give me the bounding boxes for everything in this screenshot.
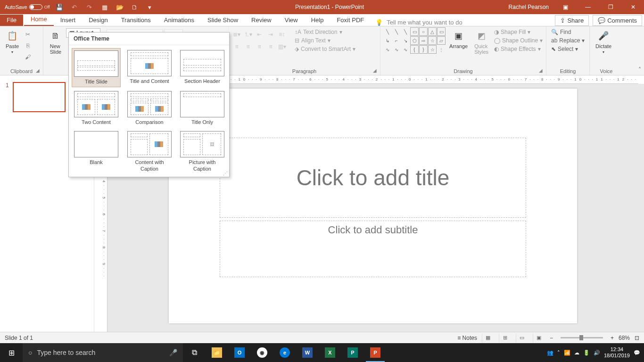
align-left-icon[interactable]: ≡ <box>231 41 242 52</box>
columns-icon[interactable]: ▥▾ <box>277 41 287 52</box>
onedrive-icon[interactable]: ☁ <box>574 350 579 356</box>
layout-blank[interactable]: Blank <box>72 129 121 173</box>
layout-two-content[interactable]: Two Content <box>72 89 121 127</box>
zoom-slider[interactable] <box>561 337 603 338</box>
layout-title-and-content[interactable]: Title and Content <box>125 48 173 87</box>
align-text-button[interactable]: ⊟Align Text ▾ <box>293 37 357 44</box>
justify-icon[interactable]: ≡ <box>265 41 276 52</box>
find-button[interactable]: 🔍Find <box>549 28 573 36</box>
tab-animations[interactable]: Animations <box>157 15 201 26</box>
user-name[interactable]: Rachel Pearson <box>504 4 553 10</box>
numbering-icon[interactable]: ⒈▾ <box>243 29 253 40</box>
shape-fill-button[interactable]: ◑Shape Fill ▾ <box>492 28 545 36</box>
tray-overflow-icon[interactable]: ˄ <box>557 350 560 356</box>
new-slide-button[interactable]: 🗎 New Slide <box>46 27 65 57</box>
tab-view[interactable]: View <box>278 15 305 26</box>
text-direction-button[interactable]: ↕AText Direction ▾ <box>293 28 357 36</box>
align-right-icon[interactable]: ≡ <box>254 41 264 52</box>
slide-canvas[interactable]: Click to add title Click to add subtitle <box>169 89 577 323</box>
start-from-beginning-icon[interactable]: ▦ <box>99 1 110 13</box>
zoom-out-icon[interactable]: − <box>550 335 553 341</box>
paste-button[interactable]: 📋 Paste ▾ <box>3 27 22 56</box>
people-icon[interactable]: 👥 <box>547 350 553 356</box>
shape-effects-button[interactable]: ◐Shape Effects ▾ <box>492 45 545 53</box>
tab-file[interactable]: File <box>0 15 23 26</box>
autosave-toggle[interactable]: AutoSave Off <box>5 4 50 10</box>
align-center-icon[interactable]: ≡ <box>243 41 253 52</box>
quick-styles-button[interactable]: ◩ Quick Styles <box>471 27 491 57</box>
action-center-icon[interactable]: 💬 <box>634 350 640 356</box>
tab-foxit-pdf[interactable]: Foxit PDF <box>330 15 371 26</box>
chrome-icon[interactable]: ◉ <box>251 343 273 362</box>
comments-button[interactable]: 💬 Comments <box>593 15 642 26</box>
replace-button[interactable]: abReplace ▾ <box>549 37 586 44</box>
shapes-gallery[interactable]: ╲╲╲▭○△▭ ↳⌐↘⬠⇨☆▱ ∿∿∿{}☆⋮ <box>383 27 446 54</box>
tab-design[interactable]: Design <box>82 15 114 26</box>
share-button[interactable]: ⇪ Share <box>555 15 589 26</box>
layout-title-slide[interactable]: Title Slide <box>72 48 121 87</box>
redo-icon[interactable]: ↷ <box>84 1 95 13</box>
tab-transitions[interactable]: Transitions <box>115 15 157 26</box>
slideshow-view-icon[interactable]: ▣ <box>533 333 545 343</box>
resize-grip-icon[interactable]: ⋰ <box>223 171 228 176</box>
tab-insert[interactable]: Insert <box>54 15 83 26</box>
copy-icon[interactable]: ⎘ <box>23 41 33 51</box>
excel-icon[interactable]: X <box>319 343 341 362</box>
close-button[interactable]: ✕ <box>622 0 644 14</box>
taskbar-search[interactable]: ○ Type here to search 🎤 <box>23 343 183 362</box>
layout-comparison[interactable]: Comparison <box>125 89 173 127</box>
normal-view-icon[interactable]: ▦ <box>482 333 494 343</box>
fit-to-window-icon[interactable]: ⊡ <box>635 335 639 341</box>
tab-slide-show[interactable]: Slide Show <box>201 15 245 26</box>
zoom-level[interactable]: 68% <box>619 335 630 341</box>
clock[interactable]: 12:34 18/01/2019 <box>604 346 630 359</box>
subtitle-placeholder[interactable]: Click to add subtitle <box>220 221 526 277</box>
convert-smartart-button[interactable]: ⬗Convert to SmartArt ▾ <box>293 45 357 53</box>
format-painter-icon[interactable]: 🖌 <box>23 52 33 62</box>
decrease-indent-icon[interactable]: ⇤ <box>254 29 264 40</box>
tell-me-search[interactable]: 💡 Tell me what you want to do <box>371 19 467 26</box>
publisher-icon[interactable]: P <box>341 343 364 362</box>
select-button[interactable]: ⬉Select ▾ <box>549 45 580 53</box>
line-spacing-icon[interactable]: ≡↕ <box>277 29 287 40</box>
volume-icon[interactable]: 🔊 <box>594 350 600 356</box>
zoom-in-icon[interactable]: + <box>611 335 614 341</box>
bullets-icon[interactable]: ≣▾ <box>231 29 242 40</box>
paragraph-launcher-icon[interactable]: ◢ <box>373 68 379 74</box>
open-icon[interactable]: 📂 <box>114 1 125 13</box>
tab-help[interactable]: Help <box>305 15 330 26</box>
edge-icon[interactable]: e <box>273 343 296 362</box>
collapse-ribbon-icon[interactable]: ˄ <box>638 66 641 73</box>
layout-picture-with-caption[interactable]: 🖼 Picture with Caption <box>178 129 226 173</box>
notes-button[interactable]: ≡ Notes <box>457 335 477 341</box>
task-view-icon[interactable]: ⧉ <box>183 343 206 362</box>
title-placeholder[interactable]: Click to add title <box>220 138 526 218</box>
minimize-button[interactable]: — <box>577 0 599 14</box>
clipboard-launcher-icon[interactable]: ◢ <box>36 68 41 74</box>
arrange-button[interactable]: ▣ Arrange <box>446 27 471 51</box>
start-button[interactable]: ⊞ <box>0 343 23 362</box>
outlook-icon[interactable]: O <box>228 343 251 362</box>
maximize-button[interactable]: ❐ <box>600 0 621 14</box>
battery-icon[interactable]: 🔋 <box>583 350 590 356</box>
layout-content-with-caption[interactable]: Content with Caption <box>125 129 173 173</box>
ribbon-display-options-icon[interactable]: ▣ <box>554 0 576 14</box>
layout-title-only[interactable]: Title Only <box>178 89 226 127</box>
shape-outline-button[interactable]: ◯Shape Outline ▾ <box>492 37 545 44</box>
dictate-button[interactable]: 🎤 Dictate ▾ <box>593 27 614 56</box>
tab-review[interactable]: Review <box>245 15 278 26</box>
drawing-launcher-icon[interactable]: ◢ <box>539 68 545 74</box>
cut-icon[interactable]: ✂ <box>23 29 33 40</box>
word-icon[interactable]: W <box>296 343 319 362</box>
undo-icon[interactable]: ↶ <box>69 1 80 13</box>
tab-home[interactable]: Home <box>24 14 54 26</box>
increase-indent-icon[interactable]: ⇥ <box>265 29 276 40</box>
powerpoint-icon[interactable]: P <box>364 343 387 362</box>
reading-view-icon[interactable]: ▭ <box>516 333 528 343</box>
save-icon[interactable]: 💾 <box>54 1 65 13</box>
layout-section-header[interactable]: Section Header <box>178 48 226 87</box>
file-explorer-icon[interactable]: 📁 <box>206 343 228 362</box>
new-icon[interactable]: 🗋 <box>129 1 140 13</box>
qat-customize-icon[interactable]: ▾ <box>144 1 156 13</box>
slide-sorter-view-icon[interactable]: ⊞ <box>499 333 511 343</box>
